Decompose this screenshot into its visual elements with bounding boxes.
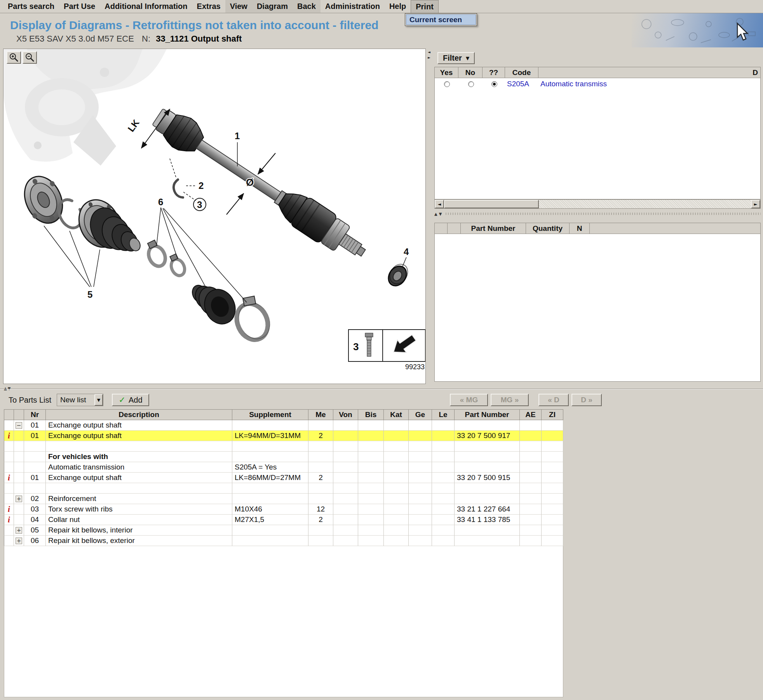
drawing-number: 99233	[405, 363, 425, 371]
col-info	[4, 409, 14, 420]
filter-hscrollbar[interactable]: ◄ ►	[434, 199, 761, 209]
menu-print[interactable]: Print	[411, 0, 439, 13]
info-icon[interactable]: i	[8, 516, 10, 524]
menu-diagram[interactable]: Diagram	[252, 0, 293, 13]
parts-banner-image	[632, 13, 763, 47]
availability-table-header: Part Number Quantity N	[434, 223, 761, 234]
parts-row[interactable]: + 05 Repair kit bellows, interior	[4, 525, 563, 536]
filter-table-body: S205A Automatic transmiss	[434, 78, 761, 199]
panel-splitter-vertical[interactable]: ◄ ►	[426, 49, 432, 384]
cell-description: Exchange output shaft	[46, 431, 232, 441]
col-description: Description	[46, 409, 232, 420]
cell-nr: 06	[24, 536, 46, 546]
scrollbar-track[interactable]	[539, 200, 751, 208]
d-prev-button[interactable]: « D	[538, 394, 569, 406]
bottom-splitter[interactable]: ▲▼	[0, 386, 763, 391]
cell-part-number: 33 21 1 227 664	[455, 504, 520, 515]
collapse-toggle[interactable]: −	[16, 422, 22, 429]
mg-next-button[interactable]: MG »	[491, 394, 529, 406]
parts-row[interactable]: + 02 Reinforcement	[4, 494, 563, 504]
callout-2[interactable]: 2	[199, 180, 204, 191]
filter-table: Yes No ?? Code D S205A Automatic transmi…	[434, 67, 761, 199]
parts-row[interactable]: − 01 Exchange output shaft	[4, 420, 563, 431]
callout-5[interactable]: 5	[87, 289, 92, 300]
scroll-left-button[interactable]: ◄	[435, 200, 444, 208]
col-le: Le	[432, 409, 455, 420]
menu-back[interactable]: Back	[293, 0, 321, 13]
list-select[interactable]: New list ▼	[57, 394, 103, 406]
expand-toggle[interactable]: +	[16, 527, 22, 534]
cell-supplement: S205A = Yes	[232, 462, 308, 473]
menu-bar: Parts search Part Use Additional Informa…	[0, 0, 763, 13]
menu-help[interactable]: Help	[385, 0, 411, 13]
scrollbar-thumb[interactable]	[444, 200, 539, 208]
expand-toggle[interactable]: +	[16, 538, 22, 544]
parts-row[interactable]: Automatic transmission S205A = Yes	[4, 462, 563, 473]
menu-item-current-screen[interactable]: Current screen	[406, 14, 476, 25]
filter-row[interactable]: S205A Automatic transmiss	[435, 78, 760, 90]
filter-code: S205A	[505, 78, 539, 90]
add-button[interactable]: ✓ Add	[112, 394, 149, 406]
radio-yes[interactable]	[444, 81, 450, 87]
callout-4[interactable]: 4	[404, 246, 409, 257]
info-icon[interactable]: i	[8, 432, 10, 440]
collapse-down-icon[interactable]: ▼	[439, 212, 442, 216]
cell-me: 2	[308, 473, 333, 483]
d-next-button[interactable]: D »	[571, 394, 602, 406]
splitter-groove	[0, 389, 763, 389]
parts-row[interactable]: + 06 Repair kit bellows, exterior	[4, 536, 563, 546]
collapse-right-icon[interactable]: ►	[428, 55, 430, 60]
parts-row[interactable]: For vehicles with	[4, 452, 563, 462]
cell-nr: 02	[24, 494, 46, 504]
col-blank-1	[434, 223, 448, 234]
cell-description: Automatic transmission	[46, 462, 232, 473]
callout-lk[interactable]: LK	[125, 117, 141, 134]
callout-3-circled[interactable]: 3	[193, 198, 206, 211]
col-supplement: Supplement	[232, 409, 308, 420]
dropdown-arrow-icon: ▼	[466, 56, 469, 61]
panel-splitter-horizontal[interactable]: ▲ ▼	[434, 210, 761, 217]
radio-unknown[interactable]	[491, 81, 497, 87]
parts-row[interactable]: i 04 Collar nut M27X1,5 2 33 41 1 133 78…	[4, 515, 563, 525]
filter-button[interactable]: Filter ▼	[437, 52, 475, 64]
info-icon[interactable]: i	[8, 505, 10, 513]
zoom-in-button[interactable]	[7, 51, 21, 64]
page-header: Display of Diagrams - Retrofittings not …	[0, 13, 763, 47]
col-ge: Ge	[409, 409, 432, 420]
callout-1[interactable]: 1	[235, 131, 240, 141]
zoom-out-button[interactable]	[23, 51, 37, 64]
menu-extras[interactable]: Extras	[192, 0, 225, 13]
parts-row[interactable]: i 03 Torx screw with ribs M10X46 12 33 2…	[4, 504, 563, 515]
parts-row[interactable]	[4, 483, 563, 494]
to-parts-list-label: To Parts List	[9, 396, 51, 405]
info-icon[interactable]: i	[8, 474, 10, 482]
parts-row-selected[interactable]: i 01 Exchange output shaft LK=94MM/D=31M…	[4, 431, 563, 441]
parts-row[interactable]	[4, 441, 563, 452]
scroll-right-button[interactable]: ►	[751, 200, 760, 208]
collapse-up-icon[interactable]: ▲	[434, 212, 437, 216]
parts-diagram[interactable]: LK 1 2 3 4 5 6 Ø 3 99233	[3, 49, 425, 384]
list-select-arrow[interactable]: ▼	[94, 394, 103, 406]
expand-toggle[interactable]: +	[16, 496, 22, 502]
diagram-ref: 33_1121 Output shaft	[156, 34, 242, 44]
col-bis: Bis	[358, 409, 384, 420]
col-ae: AE	[520, 409, 542, 420]
cell-description: Repair kit bellows, interior	[46, 525, 232, 536]
collapse-left-icon[interactable]: ◄	[428, 49, 430, 55]
cell-part-number: 33 20 7 500 915	[455, 473, 520, 483]
parts-row[interactable]: i 01 Exchange output shaft LK=86MM/D=27M…	[4, 473, 563, 483]
menu-view[interactable]: View	[225, 0, 252, 13]
col-zi: ZI	[542, 409, 563, 420]
col-part-number: Part Number	[455, 409, 520, 420]
menu-administration[interactable]: Administration	[321, 0, 385, 13]
menu-parts-search[interactable]: Parts search	[3, 0, 59, 13]
radio-no[interactable]	[468, 81, 474, 87]
callout-6[interactable]: 6	[158, 197, 163, 207]
mg-prev-button[interactable]: « MG	[450, 394, 488, 406]
menu-part-use[interactable]: Part Use	[59, 0, 100, 13]
cell-supplement: LK=86MM/D=27MM	[232, 473, 308, 483]
menu-additional-information[interactable]: Additional Information	[100, 0, 192, 13]
cell-supplement: LK=94MM/D=31MM	[232, 431, 308, 441]
col-toggle	[14, 409, 24, 420]
col-kat: Kat	[384, 409, 409, 420]
